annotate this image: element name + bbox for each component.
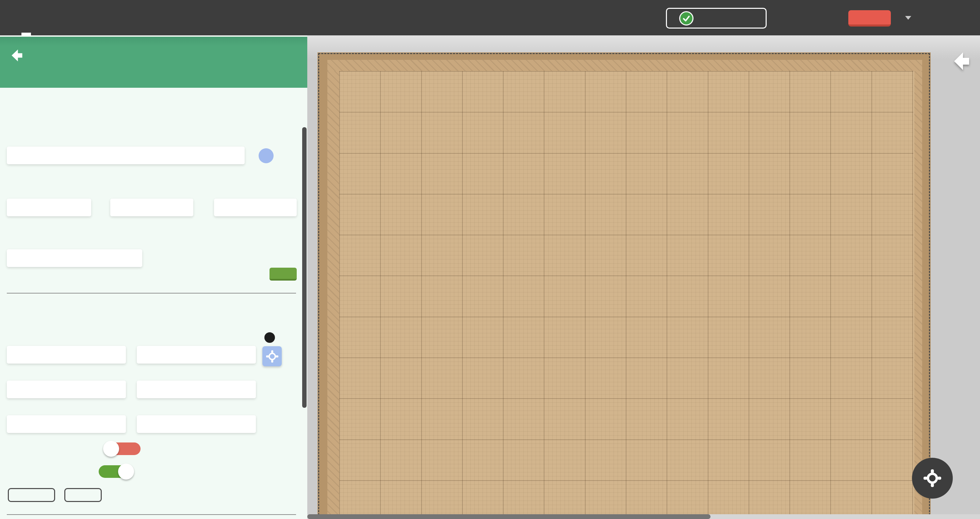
divider (7, 293, 296, 294)
grid-save-button[interactable] (64, 488, 102, 502)
farmbot-app (0, 0, 980, 519)
spacing-v-label (7, 405, 10, 415)
locate-crosshair-icon (923, 469, 942, 488)
cancel-button[interactable] (8, 488, 55, 502)
divider (7, 514, 296, 515)
negative-zone-hatch-left (327, 71, 339, 519)
map-hscroll-track[interactable] (307, 514, 980, 519)
negative-zone-hatch-right (914, 71, 922, 519)
map-hscroll-thumb[interactable] (307, 514, 711, 519)
starting-x-label (7, 334, 10, 344)
estop-button[interactable] (848, 10, 891, 27)
save-button[interactable] (269, 268, 297, 281)
back-arrow-icon[interactable] (10, 48, 27, 65)
negative-zone-hatch-top (327, 60, 922, 71)
connectivity-ok-icon (679, 11, 694, 25)
radius-field[interactable] (7, 249, 142, 267)
spacing-v-field[interactable] (7, 415, 126, 433)
x-field[interactable] (7, 198, 91, 216)
spacing-h-label (137, 405, 140, 415)
point-color-swatch[interactable] (259, 148, 274, 163)
hexagonal-packing-toggle[interactable] (105, 443, 140, 455)
name-input[interactable] (7, 147, 245, 164)
plants-v-label (7, 370, 10, 381)
camera-view-area-toggle[interactable] (99, 465, 133, 478)
connectivity-button[interactable] (666, 8, 767, 29)
spacing-h-field[interactable] (137, 415, 256, 433)
starting-x-field[interactable] (7, 346, 126, 363)
starting-y-field[interactable] (137, 346, 256, 363)
collapse-panel-arrow-icon[interactable] (953, 51, 970, 72)
toggle-knob (118, 463, 134, 479)
soil-grid (339, 71, 913, 519)
add-point-panel (0, 35, 307, 519)
plants-v-field[interactable] (7, 381, 126, 398)
starting-y-label (137, 334, 140, 344)
move-to-location-button[interactable] (912, 458, 953, 498)
chevron-down-icon (905, 16, 911, 20)
top-nav (0, 0, 980, 35)
panel-scrollbar[interactable] (302, 127, 307, 408)
move-crosshair-icon (266, 350, 279, 363)
plants-h-field[interactable] (137, 381, 256, 398)
plants-h-label (137, 370, 140, 381)
use-current-location-button[interactable] (262, 346, 282, 366)
toggle-knob (103, 441, 119, 457)
panel-header (0, 37, 307, 88)
garden-map[interactable] (307, 35, 980, 519)
y-field[interactable] (110, 198, 193, 216)
account-menu[interactable] (901, 0, 911, 35)
z-field[interactable] (214, 198, 297, 216)
help-icon[interactable] (264, 332, 275, 343)
